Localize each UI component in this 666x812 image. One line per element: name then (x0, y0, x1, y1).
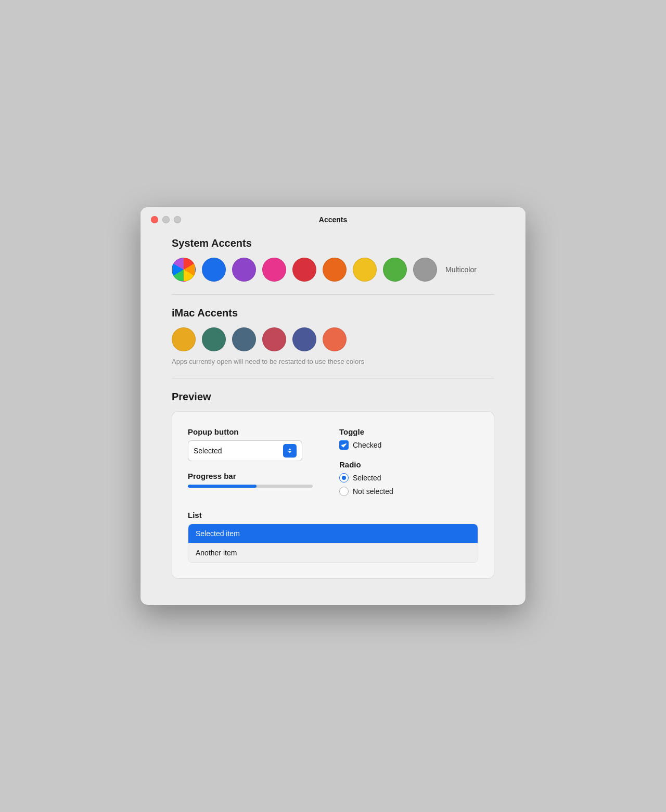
imac-swatch-yellow[interactable] (172, 327, 196, 351)
maximize-button[interactable] (174, 216, 181, 223)
window-title: Accents (319, 215, 347, 224)
swatch-orange[interactable] (323, 258, 347, 282)
list-container: Selected item Another item (188, 524, 478, 563)
progress-section: Progress bar (188, 472, 327, 488)
list-item-another[interactable]: Another item (188, 543, 478, 562)
chevron-updown-icon (286, 447, 293, 454)
imac-swatch-coral[interactable] (323, 327, 347, 351)
preview-section: Preview Popup button Selected (172, 391, 494, 579)
radio-selected-label: Selected (353, 474, 381, 482)
imac-accents-row (172, 327, 494, 351)
list-item-selected[interactable]: Selected item (188, 524, 478, 543)
preview-box: Popup button Selected (172, 411, 494, 579)
swatch-pink[interactable] (262, 258, 286, 282)
radio-row-unselected: Not selected (339, 487, 478, 496)
radio-unselected-label: Not selected (353, 487, 393, 496)
swatch-red[interactable] (292, 258, 316, 282)
toggle-section: Toggle Checked (339, 427, 478, 450)
divider-2 (172, 378, 494, 378)
checkbox-label: Checked (353, 441, 381, 449)
radio-unselected[interactable] (339, 487, 349, 496)
system-accents-row: Multicolor (172, 258, 494, 282)
main-window: Accents System Accents Multicolor iM (140, 207, 526, 605)
progress-fill (188, 485, 257, 488)
imac-accents-section: iMac Accents Apps currently open will ne… (172, 307, 494, 365)
traffic-lights (151, 216, 181, 223)
imac-note: Apps currently open will need to be rest… (172, 358, 494, 365)
radio-selected-dot (342, 476, 346, 480)
list-section: List Selected item Another item (188, 511, 478, 563)
system-accents-section: System Accents Multicolor (172, 237, 494, 282)
swatch-purple[interactable] (232, 258, 256, 282)
swatch-yellow[interactable] (353, 258, 377, 282)
preview-grid: Popup button Selected (188, 427, 478, 500)
checkbox[interactable] (339, 440, 349, 450)
content-area: System Accents Multicolor iMac Accents (140, 229, 526, 605)
popup-value: Selected (194, 447, 222, 455)
swatch-multicolor[interactable] (172, 258, 196, 282)
list-label: List (188, 511, 478, 519)
popup-section: Popup button Selected (188, 427, 327, 461)
imac-swatch-teal[interactable] (202, 327, 226, 351)
radio-label: Radio (339, 460, 478, 469)
minimize-button[interactable] (162, 216, 170, 223)
selected-accent-label: Multicolor (445, 265, 477, 274)
preview-right-col: Toggle Checked (339, 427, 478, 500)
preview-left-col: Popup button Selected (188, 427, 327, 500)
radio-section: Radio Selected Not selected (339, 460, 478, 500)
imac-swatch-slate[interactable] (232, 327, 256, 351)
radio-selected[interactable] (339, 473, 349, 483)
toggle-label: Toggle (339, 427, 478, 436)
progress-label: Progress bar (188, 472, 327, 480)
titlebar: Accents (140, 207, 526, 229)
popup-chevron-icon (283, 444, 297, 458)
imac-accents-title: iMac Accents (172, 307, 494, 319)
list-item-selected-label: Selected item (196, 529, 240, 538)
checkbox-row: Checked (339, 440, 478, 450)
preview-title: Preview (172, 391, 494, 403)
imac-swatch-rose[interactable] (262, 327, 286, 351)
swatch-graphite[interactable] (413, 258, 437, 282)
system-accents-title: System Accents (172, 237, 494, 249)
popup-select[interactable]: Selected (188, 440, 302, 461)
progress-track (188, 485, 313, 488)
swatch-blue[interactable] (202, 258, 226, 282)
close-button[interactable] (151, 216, 158, 223)
imac-swatch-indigo[interactable] (292, 327, 316, 351)
radio-row-selected: Selected (339, 473, 478, 483)
popup-label: Popup button (188, 427, 327, 436)
checkmark-icon (341, 442, 347, 448)
divider-1 (172, 294, 494, 295)
list-item-another-label: Another item (196, 549, 237, 557)
swatch-green[interactable] (383, 258, 407, 282)
